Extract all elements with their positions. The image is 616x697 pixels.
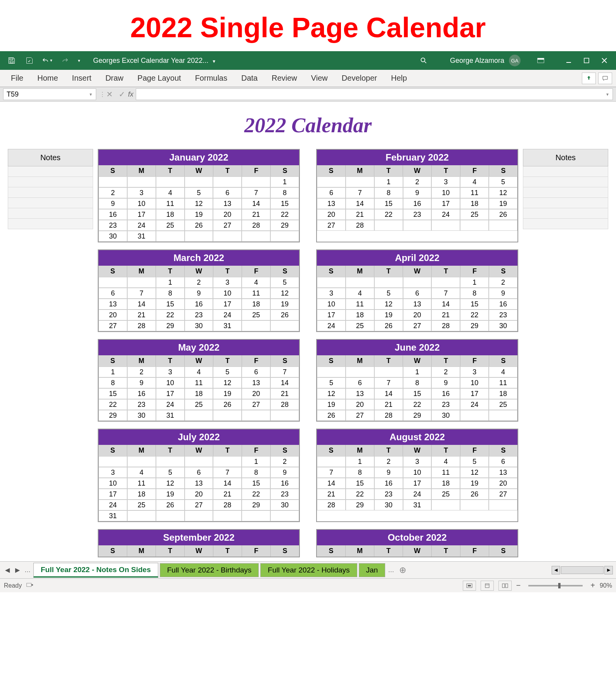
day-cell[interactable]: 7: [242, 187, 270, 198]
day-cell[interactable]: 9: [374, 467, 403, 478]
day-cell[interactable]: 24: [460, 399, 489, 410]
day-cell[interactable]: 27: [403, 320, 432, 331]
day-cell[interactable]: 20: [242, 388, 270, 399]
day-cell[interactable]: 13: [213, 198, 242, 209]
day-cell[interactable]: 29: [346, 500, 374, 510]
day-cell[interactable]: 8: [460, 288, 489, 299]
sheet-tab-active[interactable]: Full Year 2022 - Notes On Sides: [33, 563, 158, 578]
day-cell[interactable]: 24: [213, 310, 242, 320]
day-cell[interactable]: 22: [460, 310, 489, 320]
notes-cell[interactable]: [523, 187, 608, 198]
day-cell[interactable]: 17: [403, 478, 432, 489]
day-cell[interactable]: [270, 320, 299, 331]
maximize-icon[interactable]: [579, 53, 594, 68]
day-cell[interactable]: 23: [127, 399, 156, 410]
day-cell[interactable]: 13: [99, 299, 127, 310]
day-cell[interactable]: 3: [213, 277, 242, 288]
day-cell[interactable]: [346, 176, 374, 187]
day-cell[interactable]: 26: [460, 489, 489, 500]
day-cell[interactable]: 3: [127, 187, 156, 198]
day-cell[interactable]: 23: [99, 220, 127, 231]
day-cell[interactable]: [242, 510, 270, 521]
hscroll-right-icon[interactable]: ▶: [604, 566, 613, 574]
day-cell[interactable]: 15: [460, 299, 489, 310]
day-cell[interactable]: 7: [374, 377, 403, 388]
tab-scroll-left-icon[interactable]: ◀: [3, 566, 12, 574]
day-cell[interactable]: 21: [346, 209, 374, 220]
day-cell[interactable]: 17: [460, 388, 489, 399]
day-cell[interactable]: 18: [346, 310, 374, 320]
day-cell[interactable]: 4: [242, 277, 270, 288]
day-cell[interactable]: 24: [127, 220, 156, 231]
notes-cell[interactable]: [8, 187, 93, 198]
day-cell[interactable]: 1: [460, 277, 489, 288]
day-cell[interactable]: [374, 367, 403, 377]
enter-icon[interactable]: ✓: [116, 90, 128, 99]
day-cell[interactable]: 25: [185, 399, 213, 410]
hscroll-left-icon[interactable]: ◀: [552, 566, 560, 574]
day-cell[interactable]: 20: [185, 489, 213, 500]
day-cell[interactable]: 5: [270, 277, 299, 288]
day-cell[interactable]: 24: [317, 320, 346, 331]
day-cell[interactable]: 2: [185, 277, 213, 288]
day-cell[interactable]: 27: [242, 399, 270, 410]
day-cell[interactable]: 16: [374, 478, 403, 489]
notes-cell[interactable]: [523, 208, 608, 219]
day-cell[interactable]: 6: [489, 456, 517, 467]
day-cell[interactable]: 5: [213, 367, 242, 377]
day-cell[interactable]: 18: [127, 489, 156, 500]
ribbon-tab[interactable]: Review: [265, 70, 304, 86]
day-cell[interactable]: 9: [127, 377, 156, 388]
day-cell[interactable]: [403, 277, 432, 288]
day-cell[interactable]: 14: [242, 198, 270, 209]
day-cell[interactable]: 10: [213, 288, 242, 299]
day-cell[interactable]: 8: [374, 187, 403, 198]
day-cell[interactable]: [156, 456, 185, 467]
day-cell[interactable]: 25: [242, 310, 270, 320]
day-cell[interactable]: 31: [127, 231, 156, 242]
day-cell[interactable]: 16: [403, 198, 432, 209]
day-cell[interactable]: 1: [156, 277, 185, 288]
day-cell[interactable]: [99, 176, 127, 187]
ribbon-tab[interactable]: Page Layout: [130, 70, 188, 86]
day-cell[interactable]: 20: [99, 310, 127, 320]
day-cell[interactable]: [99, 456, 127, 467]
day-cell[interactable]: 21: [270, 388, 299, 399]
day-cell[interactable]: 11: [431, 467, 460, 478]
name-box[interactable]: T59▼: [3, 88, 96, 100]
day-cell[interactable]: 1: [374, 176, 403, 187]
day-cell[interactable]: 18: [431, 478, 460, 489]
day-cell[interactable]: [270, 410, 299, 421]
day-cell[interactable]: 22: [403, 399, 432, 410]
autosave-icon[interactable]: [22, 53, 37, 68]
day-cell[interactable]: 1: [403, 367, 432, 377]
day-cell[interactable]: 4: [460, 176, 489, 187]
day-cell[interactable]: 12: [156, 478, 185, 489]
day-cell[interactable]: [213, 231, 242, 242]
day-cell[interactable]: 19: [317, 399, 346, 410]
day-cell[interactable]: [185, 410, 213, 421]
day-cell[interactable]: [460, 220, 489, 231]
day-cell[interactable]: 21: [127, 310, 156, 320]
day-cell[interactable]: 12: [374, 299, 403, 310]
day-cell[interactable]: 17: [99, 489, 127, 500]
day-cell[interactable]: 30: [489, 320, 517, 331]
day-cell[interactable]: [185, 510, 213, 521]
day-cell[interactable]: 31: [99, 510, 127, 521]
day-cell[interactable]: [156, 510, 185, 521]
day-cell[interactable]: 25: [156, 220, 185, 231]
day-cell[interactable]: 14: [431, 299, 460, 310]
notes-cell[interactable]: [8, 166, 93, 177]
day-cell[interactable]: 16: [99, 209, 127, 220]
day-cell[interactable]: 24: [156, 399, 185, 410]
day-cell[interactable]: 16: [431, 388, 460, 399]
day-cell[interactable]: 3: [403, 456, 432, 467]
day-cell[interactable]: 19: [185, 209, 213, 220]
day-cell[interactable]: 28: [127, 320, 156, 331]
day-cell[interactable]: 3: [156, 367, 185, 377]
day-cell[interactable]: 6: [403, 288, 432, 299]
tab-overflow-icon[interactable]: …: [387, 567, 395, 574]
day-cell[interactable]: [431, 277, 460, 288]
sheet-tab[interactable]: Full Year 2022 - Holidays: [260, 563, 357, 577]
day-cell[interactable]: 25: [127, 500, 156, 510]
